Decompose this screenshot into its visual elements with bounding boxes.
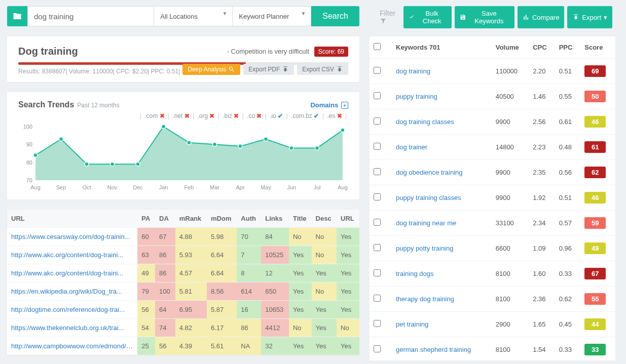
keyword-link[interactable]: training dogs [396,270,433,277]
domain-tld[interactable]: .biz [223,112,234,119]
export-csv-button[interactable]: Export CSV [297,64,348,75]
col-volume[interactable]: Volume [492,36,529,59]
row-checkbox[interactable] [374,193,381,200]
keyword-input[interactable] [27,6,154,26]
domain-tld[interactable]: .co [247,112,256,119]
download-icon [572,14,579,21]
add-domain-icon[interactable]: + [341,102,348,109]
x-icon: ✖ [160,112,165,119]
select-all-checkbox[interactable] [374,43,381,50]
keyword-link[interactable]: german shepherd training [396,346,471,353]
serp-col[interactable]: Title [289,210,312,228]
keyword-title: Dog training [18,46,78,57]
row-checkbox[interactable] [374,295,381,302]
domain-tld[interactable]: .es [327,112,337,119]
serp-row: https://www.cesarsway.com/dog-trainin...… [7,228,359,246]
domains-title[interactable]: Domains [310,101,338,109]
serp-row: http://www.campbowwow.com/edmond/serv...… [7,337,359,355]
serp-col[interactable]: Auth [237,210,261,228]
keywords-table-card: Keywords 701 Volume CPC PPC Score dog tr… [370,36,615,360]
domain-tld[interactable]: .com.bz [291,112,314,119]
col-cpc[interactable]: CPC [529,36,555,59]
export-button[interactable]: Export ▾ [567,6,612,28]
score-pill: 55 [584,293,606,305]
check-icon: ✔ [278,112,283,119]
download-icon [282,66,289,73]
row-checkbox[interactable] [374,92,381,99]
svg-text:May: May [261,184,271,190]
svg-point-16 [341,128,345,132]
col-score[interactable]: Score [580,36,615,59]
keyword-row: therapy dog training81002.360.6255 [370,287,615,312]
svg-point-15 [315,146,319,150]
row-checkbox[interactable] [374,143,381,150]
serp-col[interactable]: Desc [312,210,337,228]
serp-col[interactable]: Links [261,210,289,228]
summary-card: Dog training - Competition is very diffi… [7,36,359,82]
serp-col[interactable]: URL [337,210,359,228]
serp-url-link[interactable]: https://www.thekennelclub.org.uk/trai... [11,324,124,332]
domain-tld[interactable]: .io [270,112,278,119]
compare-button[interactable]: Compare [518,6,564,28]
row-checkbox[interactable] [374,320,381,327]
bulk-check-button[interactable]: Bulk Check [403,6,452,28]
keyword-link[interactable]: dog training near me [396,219,456,227]
search-button[interactable]: Search [311,6,359,26]
keyword-link[interactable]: pet training [396,320,428,328]
serp-url-link[interactable]: http://www.akc.org/content/dog-traini... [11,269,123,277]
svg-point-12 [238,144,242,148]
svg-point-6 [85,162,89,166]
svg-point-5 [59,137,63,141]
col-ppc[interactable]: PPC [555,36,581,59]
keyword-link[interactable]: dog training [396,67,430,75]
keyword-link[interactable]: puppy potty training [396,245,453,252]
location-select[interactable]: All Locations▼ [154,6,233,26]
keyword-link[interactable]: puppy training [396,93,437,100]
serp-url-link[interactable]: https://en.wikipedia.org/wiki/Dog_tra... [11,288,122,295]
keyword-row: dog trainer148002.230.4861 [370,135,615,160]
svg-text:Jun: Jun [287,184,296,190]
keyword-link[interactable]: puppy training classes [396,194,461,201]
export-pdf-button[interactable]: Export PDF [243,64,294,75]
deep-analysis-button[interactable]: Deep Analysis [182,64,240,75]
keyword-link[interactable]: dog obedience training [396,169,463,176]
filter-button[interactable]: Filter [380,9,403,26]
search-icon [228,66,235,73]
row-checkbox[interactable] [374,345,381,352]
serp-url-link[interactable]: http://www.campbowwow.com/edmond/serv... [11,342,137,350]
keyword-row: puppy training classes99001.920.5146 [370,185,615,211]
keyword-link[interactable]: dog training classes [396,118,454,126]
keyword-row: dog training classes99002.560.6146 [370,109,615,135]
tool-select[interactable]: Keyword Planner▼ [233,6,311,26]
row-checkbox[interactable] [374,67,381,74]
row-checkbox[interactable] [374,219,381,226]
keyword-row: puppy training405001.460.5550 [370,84,615,109]
trends-title: Search Trends [18,100,74,109]
tool-value: Keyword Planner [239,13,289,20]
serp-col[interactable]: DA [155,210,175,228]
serp-url-link[interactable]: http://www.akc.org/content/dog-traini... [11,251,123,259]
row-checkbox[interactable] [374,269,381,276]
row-checkbox[interactable] [374,244,381,251]
keyword-link[interactable]: therapy dog training [396,295,454,303]
filter-icon [380,17,387,24]
domain-tld[interactable]: .com [144,112,159,119]
domain-tld[interactable]: .net [172,112,184,119]
domain-tld[interactable]: .org [197,112,209,119]
serp-row: https://en.wikipedia.org/wiki/Dog_tra...… [7,282,359,301]
serp-url-link[interactable]: http://dogtime.com/reference/dog-trai... [11,306,125,313]
search-bar: All Locations▼ Keyword Planner▼ Search [7,6,359,26]
folder-icon[interactable] [7,6,27,26]
row-checkbox[interactable] [374,168,381,175]
serp-col[interactable]: mRank [175,210,207,228]
col-keywords[interactable]: Keywords 701 [386,36,492,59]
serp-col[interactable]: URL [7,210,137,228]
chevron-down-icon: ▼ [222,11,227,16]
row-checkbox[interactable] [374,117,381,125]
keyword-link[interactable]: dog trainer [396,143,427,151]
svg-text:80: 80 [26,159,32,166]
serp-col[interactable]: PA [137,210,155,228]
serp-url-link[interactable]: https://www.cesarsway.com/dog-trainin... [11,233,130,240]
save-keywords-button[interactable]: Save Keywords [455,6,514,28]
serp-col[interactable]: mDom [207,210,237,228]
